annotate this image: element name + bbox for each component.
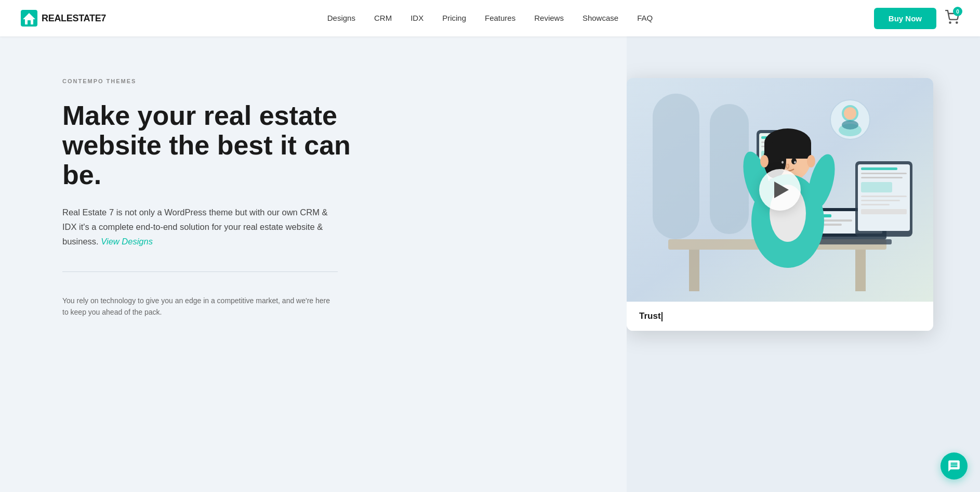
svg-rect-28 bbox=[861, 196, 907, 197]
cart-badge: 0 bbox=[953, 7, 962, 16]
navbar: REALESTATE7 Designs CRM IDX Pricing Feat… bbox=[0, 0, 980, 36]
play-button[interactable] bbox=[759, 169, 801, 211]
hero-left: CONTEMPO THEMES Make your real estate we… bbox=[0, 36, 627, 349]
nav-idx[interactable]: IDX bbox=[410, 14, 423, 22]
svg-rect-23 bbox=[858, 164, 910, 231]
svg-point-54 bbox=[779, 158, 784, 164]
svg-point-4 bbox=[956, 22, 957, 23]
svg-rect-29 bbox=[861, 200, 900, 201]
svg-rect-30 bbox=[861, 204, 890, 205]
logo-text: REALESTATE7 bbox=[42, 13, 106, 24]
trust-tagline: You rely on technology to give you an ed… bbox=[62, 295, 333, 318]
video-caption: Trust bbox=[627, 302, 933, 331]
typing-cursor bbox=[661, 312, 663, 321]
logo-link[interactable]: REALESTATE7 bbox=[21, 10, 106, 27]
chat-icon bbox=[947, 459, 961, 473]
svg-rect-13 bbox=[855, 250, 866, 291]
svg-rect-24 bbox=[861, 167, 897, 170]
svg-rect-27 bbox=[861, 182, 892, 192]
svg-rect-31 bbox=[861, 209, 907, 214]
nav-features[interactable]: Features bbox=[485, 14, 515, 22]
hero-right: Trust bbox=[627, 36, 980, 492]
nav-designs[interactable]: Designs bbox=[327, 14, 355, 22]
brand-label: CONTEMPO THEMES bbox=[62, 78, 595, 84]
svg-rect-10 bbox=[710, 104, 749, 234]
svg-rect-12 bbox=[689, 250, 699, 291]
svg-rect-25 bbox=[861, 173, 907, 174]
buy-now-button[interactable]: Buy Now bbox=[874, 8, 936, 29]
svg-rect-2 bbox=[28, 20, 31, 24]
svg-point-56 bbox=[782, 161, 784, 164]
nav-crm[interactable]: CRM bbox=[374, 14, 392, 22]
hero-divider bbox=[62, 271, 338, 272]
cart-button[interactable]: 0 bbox=[945, 10, 959, 27]
svg-point-44 bbox=[844, 107, 856, 120]
navbar-right: Buy Now 0 bbox=[874, 8, 959, 29]
hero-description: Real Estate 7 is not only a WordPress th… bbox=[62, 205, 333, 249]
logo-icon bbox=[21, 10, 37, 27]
svg-point-59 bbox=[807, 155, 815, 167]
caption-text: Trust bbox=[639, 311, 661, 321]
svg-rect-26 bbox=[861, 177, 903, 178]
svg-point-45 bbox=[842, 120, 858, 130]
nav-pricing[interactable]: Pricing bbox=[442, 14, 466, 22]
svg-point-3 bbox=[949, 22, 950, 23]
chat-button[interactable] bbox=[941, 452, 968, 480]
main-nav: Designs CRM IDX Pricing Features Reviews… bbox=[327, 14, 653, 23]
video-card: Trust bbox=[627, 78, 933, 331]
nav-faq[interactable]: FAQ bbox=[637, 14, 653, 22]
svg-rect-9 bbox=[653, 94, 699, 239]
svg-point-57 bbox=[794, 161, 796, 164]
svg-point-55 bbox=[791, 158, 797, 164]
video-thumbnail bbox=[627, 78, 933, 302]
play-icon bbox=[774, 182, 789, 198]
svg-point-58 bbox=[760, 155, 769, 167]
hero-title: Make your real estate website the best i… bbox=[62, 101, 353, 190]
nav-reviews[interactable]: Reviews bbox=[534, 14, 564, 22]
nav-showcase[interactable]: Showcase bbox=[582, 14, 618, 22]
main-content: CONTEMPO THEMES Make your real estate we… bbox=[0, 36, 980, 492]
view-designs-link[interactable]: View Designs bbox=[101, 237, 153, 246]
